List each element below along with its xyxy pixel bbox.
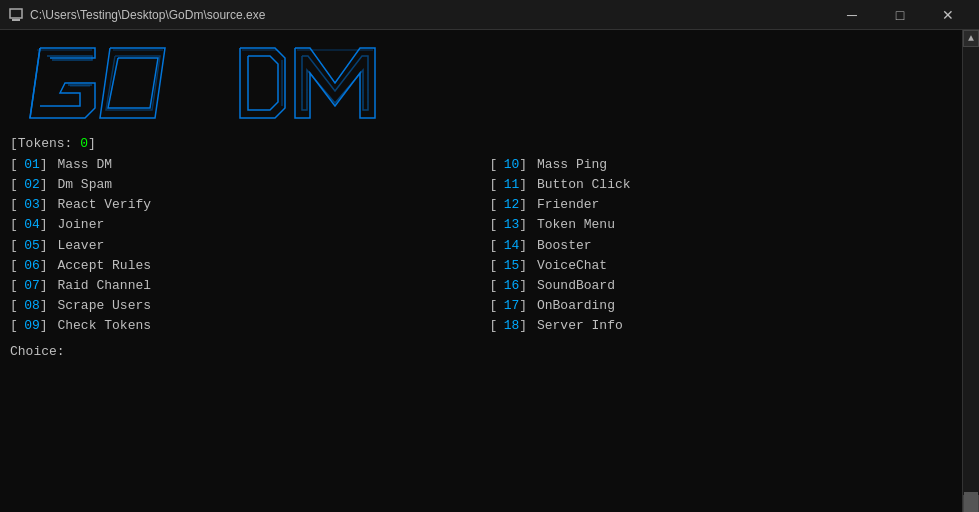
menu-label: Mass Ping — [537, 155, 607, 175]
menu-item: [15] VoiceChat — [490, 256, 970, 276]
bracket: ] — [40, 195, 48, 215]
menu-item: [13] Token Menu — [490, 215, 970, 235]
menu-label: Leaver — [57, 236, 104, 256]
bracket: [ — [10, 175, 18, 195]
menu-item: [14] Booster — [490, 236, 970, 256]
menu-num: 14 — [497, 236, 519, 256]
menu-label: SoundBoard — [537, 276, 615, 296]
bracket: ] — [40, 316, 48, 336]
bracket: [ — [10, 155, 18, 175]
menu-grid: [01] Mass DM[10] Mass Ping[02] Dm Spam[1… — [10, 155, 969, 336]
menu-num: 11 — [497, 175, 519, 195]
bracket: ] — [40, 215, 48, 235]
menu-item: [10] Mass Ping — [490, 155, 970, 175]
menu-label: Button Click — [537, 175, 631, 195]
menu-item: [16] SoundBoard — [490, 276, 970, 296]
menu-item: [04] Joiner — [10, 215, 490, 235]
menu-label: Friender — [537, 195, 599, 215]
menu-item: [07] Raid Channel — [10, 276, 490, 296]
bracket: ] — [519, 276, 527, 296]
bracket: [ — [10, 236, 18, 256]
ascii-logo — [10, 38, 969, 128]
bracket: ] — [519, 195, 527, 215]
bracket: [ — [10, 215, 18, 235]
menu-item: [17] OnBoarding — [490, 296, 970, 316]
choice-label: Choice: — [10, 344, 65, 359]
bracket: ] — [40, 296, 48, 316]
menu-num: 15 — [497, 256, 519, 276]
bracket: [ — [490, 215, 498, 235]
console-area: [Tokens: 0] [01] Mass DM[10] Mass Ping[0… — [0, 30, 979, 512]
svg-rect-1 — [12, 19, 20, 21]
menu-num: 12 — [497, 195, 519, 215]
bracket: [ — [490, 276, 498, 296]
menu-label: OnBoarding — [537, 296, 615, 316]
tokens-value: 0 — [80, 136, 88, 151]
bracket: [ — [490, 236, 498, 256]
menu-num: 13 — [497, 215, 519, 235]
bracket: [ — [490, 256, 498, 276]
menu-label: Joiner — [57, 215, 104, 235]
menu-num: 02 — [18, 175, 40, 195]
bracket: [ — [490, 195, 498, 215]
bracket: [ — [10, 195, 18, 215]
menu-item: [08] Scrape Users — [10, 296, 490, 316]
menu-label: Raid Channel — [57, 276, 151, 296]
bracket: [ — [10, 296, 18, 316]
menu-label: Scrape Users — [57, 296, 151, 316]
menu-num: 06 — [18, 256, 40, 276]
bracket: ] — [40, 175, 48, 195]
menu-num: 04 — [18, 215, 40, 235]
menu-num: 17 — [497, 296, 519, 316]
menu-item: [02] Dm Spam — [10, 175, 490, 195]
menu-item: [01] Mass DM — [10, 155, 490, 175]
minimize-button[interactable]: ─ — [829, 0, 875, 30]
choice-line: Choice: — [10, 344, 969, 359]
menu-num: 07 — [18, 276, 40, 296]
menu-num: 01 — [18, 155, 40, 175]
menu-num: 08 — [18, 296, 40, 316]
menu-item: [18] Server Info — [490, 316, 970, 336]
bracket: ] — [519, 175, 527, 195]
menu-item: [05] Leaver — [10, 236, 490, 256]
close-button[interactable]: ✕ — [925, 0, 971, 30]
bracket: ] — [519, 256, 527, 276]
bracket: [ — [10, 276, 18, 296]
menu-item: [03] React Verify — [10, 195, 490, 215]
menu-item: [11] Button Click — [490, 175, 970, 195]
title-bar: C:\Users\Testing\Desktop\GoDm\source.exe… — [0, 0, 979, 30]
menu-label: Mass DM — [57, 155, 112, 175]
bracket: ] — [519, 236, 527, 256]
menu-num: 16 — [497, 276, 519, 296]
bracket: ] — [40, 236, 48, 256]
scrollbar-thumb[interactable] — [964, 492, 978, 512]
window-title: C:\Users\Testing\Desktop\GoDm\source.exe — [30, 8, 829, 22]
bracket: [ — [490, 175, 498, 195]
bracket: ] — [519, 155, 527, 175]
svg-line-2 — [30, 48, 40, 118]
bracket: ] — [40, 276, 48, 296]
bracket: [ — [10, 256, 18, 276]
menu-label: Server Info — [537, 316, 623, 336]
bracket: [ — [490, 296, 498, 316]
tokens-prefix: [Tokens: — [10, 136, 80, 151]
menu-num: 03 — [18, 195, 40, 215]
menu-label: VoiceChat — [537, 256, 607, 276]
maximize-button[interactable]: □ — [877, 0, 923, 30]
menu-num: 05 — [18, 236, 40, 256]
menu-label: Token Menu — [537, 215, 615, 235]
bracket: [ — [490, 316, 498, 336]
bracket: [ — [10, 316, 18, 336]
tokens-suffix: ] — [88, 136, 96, 151]
window-controls: ─ □ ✕ — [829, 0, 971, 30]
menu-num: 09 — [18, 316, 40, 336]
menu-item: [09] Check Tokens — [10, 316, 490, 336]
scrollbar[interactable]: ▲ ▼ — [962, 30, 979, 512]
scrollbar-up[interactable]: ▲ — [963, 30, 979, 47]
menu-label: Check Tokens — [57, 316, 151, 336]
bracket: [ — [490, 155, 498, 175]
menu-label: Dm Spam — [57, 175, 112, 195]
menu-item: [12] Friender — [490, 195, 970, 215]
menu-label: React Verify — [57, 195, 151, 215]
bracket: ] — [519, 296, 527, 316]
